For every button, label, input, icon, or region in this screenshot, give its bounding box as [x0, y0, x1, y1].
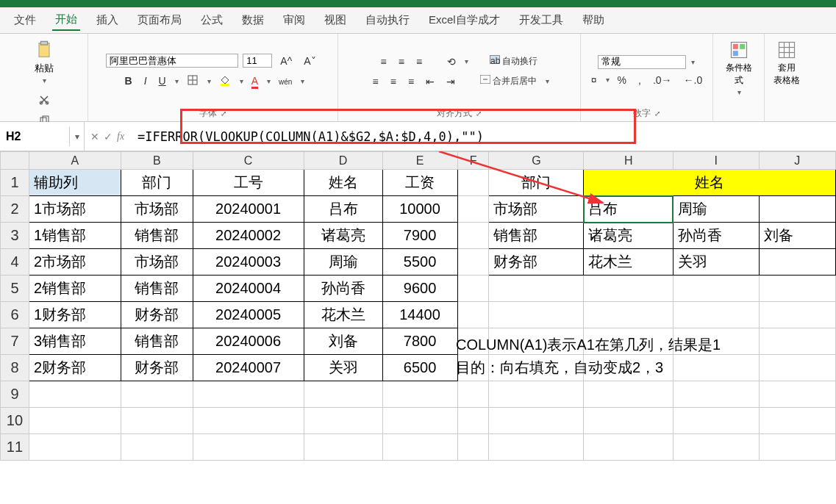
cell-A11[interactable] [29, 434, 121, 461]
cell-H11[interactable] [584, 434, 673, 461]
tab-公式[interactable]: 公式 [198, 10, 226, 30]
cell-D9[interactable] [304, 381, 382, 408]
cell-D2[interactable]: 吕布 [304, 196, 382, 223]
underline-button[interactable]: U [155, 73, 170, 89]
row-header-10[interactable]: 10 [1, 408, 29, 434]
cell-C3[interactable]: 20240002 [193, 223, 304, 249]
cell-G2[interactable]: 市场部 [489, 196, 584, 223]
cell-G10[interactable] [489, 408, 584, 434]
name-box[interactable] [0, 127, 70, 146]
cell-A5[interactable]: 2销售部 [29, 276, 121, 302]
cell-I9[interactable] [673, 381, 759, 408]
row-header-3[interactable]: 3 [1, 223, 29, 249]
cell-D4[interactable]: 周瑜 [304, 249, 382, 276]
cell-E9[interactable] [382, 381, 457, 408]
tab-页面布局[interactable]: 页面布局 [135, 10, 185, 30]
percent-button[interactable]: % [614, 72, 630, 88]
align-mid-button[interactable]: ≡ [395, 54, 408, 70]
cell-H5[interactable] [584, 276, 673, 302]
col-header-B[interactable]: B [121, 152, 193, 170]
cell-H1[interactable]: 姓名 [584, 170, 836, 196]
cell-D7[interactable]: 刘备 [304, 328, 382, 355]
cell-G5[interactable] [489, 276, 584, 302]
name-box-dropdown[interactable]: ▾ [70, 122, 85, 151]
cell-D1[interactable]: 姓名 [304, 170, 382, 196]
cell-D6[interactable]: 花木兰 [304, 302, 382, 328]
orientation-button[interactable]: ⟲ [443, 54, 460, 70]
cell-G4[interactable]: 财务部 [489, 249, 584, 276]
dec-decimal-button[interactable]: ←.0 [680, 72, 707, 88]
comma-button[interactable]: , [635, 72, 645, 88]
worksheet-grid[interactable]: ABCDEFGHIJ1辅助列部门工号姓名工资部门姓名21市场部市场部202400… [0, 151, 836, 504]
italic-button[interactable]: I [140, 73, 151, 89]
cell-H6[interactable] [584, 302, 673, 328]
cell-G6[interactable] [489, 302, 584, 328]
align-left-button[interactable]: ≡ [369, 73, 382, 90]
cut-button[interactable] [35, 92, 54, 110]
cell-C6[interactable]: 20240005 [193, 302, 304, 328]
cell-C4[interactable]: 20240003 [193, 249, 304, 276]
cell-C10[interactable] [193, 408, 304, 434]
cell-A9[interactable] [29, 381, 121, 408]
cell-J9[interactable] [759, 381, 835, 408]
cancel-formula-icon[interactable]: ✕ [90, 131, 99, 143]
cell-F3[interactable] [457, 223, 489, 249]
cell-I11[interactable] [673, 434, 759, 461]
cell-B10[interactable] [121, 408, 193, 434]
cell-E7[interactable]: 7800 [382, 328, 457, 355]
decrease-font-button[interactable]: A˅ [300, 53, 319, 69]
cell-E6[interactable]: 14400 [382, 302, 457, 328]
fill-color-button[interactable] [215, 72, 235, 90]
cell-E4[interactable]: 5500 [382, 249, 457, 276]
align-bot-button[interactable]: ≡ [412, 54, 426, 70]
cell-C5[interactable]: 20240004 [193, 276, 304, 302]
cell-J2[interactable] [759, 196, 835, 223]
cell-J3[interactable]: 刘备 [759, 223, 835, 249]
fx-button[interactable]: fx [117, 131, 124, 143]
cell-D8[interactable]: 关羽 [304, 355, 382, 381]
col-header-H[interactable]: H [584, 152, 673, 170]
cell-E11[interactable] [382, 434, 457, 461]
number-format-select[interactable] [598, 55, 686, 69]
cell-E2[interactable]: 10000 [382, 196, 457, 223]
cell-B2[interactable]: 市场部 [121, 196, 193, 223]
cell-B6[interactable]: 财务部 [121, 302, 193, 328]
cell-H4[interactable]: 花木兰 [584, 249, 673, 276]
align-right-button[interactable]: ≡ [404, 73, 418, 90]
select-all-corner[interactable] [1, 152, 29, 170]
col-header-F[interactable]: F [457, 152, 489, 170]
cell-B7[interactable]: 销售部 [121, 328, 193, 355]
col-header-I[interactable]: I [673, 152, 759, 170]
indent-inc-button[interactable]: ⇥ [443, 73, 459, 90]
cell-J6[interactable] [759, 302, 835, 328]
row-header-7[interactable]: 7 [1, 328, 29, 355]
cell-H10[interactable] [584, 408, 673, 434]
row-header-2[interactable]: 2 [1, 196, 29, 223]
cell-J4[interactable] [759, 249, 835, 276]
cell-A1[interactable]: 辅助列 [29, 170, 121, 196]
cell-E5[interactable]: 9600 [382, 276, 457, 302]
cell-E3[interactable]: 7900 [382, 223, 457, 249]
cell-H3[interactable]: 诸葛亮 [584, 223, 673, 249]
cell-B11[interactable] [121, 434, 193, 461]
cell-G11[interactable] [489, 434, 584, 461]
cell-G3[interactable]: 销售部 [489, 223, 584, 249]
cell-F6[interactable] [457, 302, 489, 328]
cell-F1[interactable] [457, 170, 489, 196]
tab-开发工具[interactable]: 开发工具 [516, 10, 566, 30]
tab-数据[interactable]: 数据 [239, 10, 267, 30]
row-header-1[interactable]: 1 [1, 170, 29, 196]
cell-I10[interactable] [673, 408, 759, 434]
cell-I5[interactable] [673, 276, 759, 302]
tab-自动执行[interactable]: 自动执行 [362, 10, 412, 30]
row-header-11[interactable]: 11 [1, 434, 29, 461]
col-header-A[interactable]: A [29, 152, 121, 170]
cell-A2[interactable]: 1市场部 [29, 196, 121, 223]
tab-开始[interactable]: 开始 [52, 10, 80, 31]
cell-D10[interactable] [304, 408, 382, 434]
cell-A7[interactable]: 3销售部 [29, 328, 121, 355]
font-color-button[interactable]: A [248, 73, 262, 89]
cell-B3[interactable]: 销售部 [121, 223, 193, 249]
cell-C11[interactable] [193, 434, 304, 461]
cell-F10[interactable] [457, 408, 489, 434]
